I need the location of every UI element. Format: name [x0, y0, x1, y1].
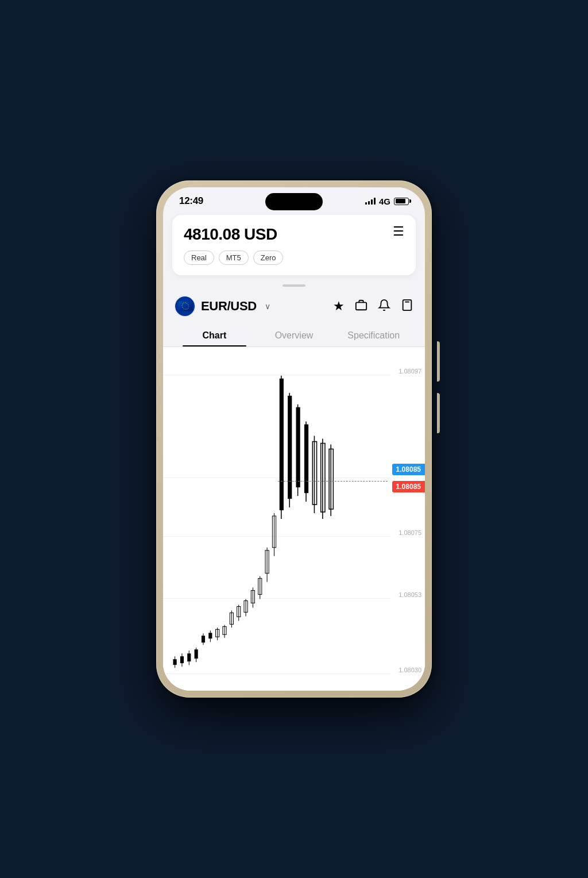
candlestick-chart	[163, 347, 388, 691]
svg-rect-18	[187, 653, 191, 661]
svg-rect-20	[195, 649, 198, 658]
signal-bar-3	[371, 199, 373, 205]
tab-overview[interactable]: Overview	[254, 324, 334, 346]
svg-rect-0	[356, 302, 366, 310]
status-time: 12:49	[179, 195, 203, 207]
dynamic-island	[265, 193, 323, 210]
signal-bar-1	[365, 202, 367, 205]
price-label-5: 1.08030	[399, 667, 421, 673]
eu-flag-icon: 🇪🇺	[175, 296, 195, 316]
svg-rect-24	[208, 633, 212, 638]
tag-zero[interactable]: Zero	[253, 251, 284, 265]
account-tags: Real MT5 Zero	[184, 251, 283, 265]
signal-bar-2	[368, 201, 370, 205]
battery-icon	[394, 198, 409, 205]
volume-up-button[interactable]	[437, 341, 440, 382]
phone-screen: 12:49 4G 4810	[163, 187, 425, 691]
status-bar: 12:49 4G	[163, 187, 425, 210]
network-type: 4G	[379, 197, 390, 206]
currency-header: 🇪🇺 EUR/USD ∨ ★	[163, 289, 425, 324]
currency-flag: 🇪🇺	[175, 296, 195, 317]
chart-container: 1.08097 1.08085 1.08085 1.08075 1.08053 …	[163, 347, 425, 691]
svg-rect-16	[180, 656, 184, 663]
svg-rect-22	[202, 636, 205, 642]
battery-fill	[396, 199, 406, 203]
signal-bar-4	[374, 198, 376, 205]
svg-rect-2	[403, 299, 412, 310]
calculator-icon[interactable]	[401, 299, 413, 314]
svg-rect-50	[304, 425, 308, 494]
tab-specification[interactable]: Specification	[334, 324, 413, 346]
svg-rect-14	[173, 659, 176, 665]
tag-real[interactable]: Real	[184, 251, 214, 265]
currency-pair-name: EUR/USD	[201, 299, 257, 314]
bell-icon[interactable]	[378, 299, 390, 314]
price-badge-blue-container: 1.08085	[392, 464, 425, 475]
price-label-4: 1.08053	[399, 591, 421, 598]
signal-bars-icon	[365, 198, 376, 205]
price-badge-blue: 1.08085	[392, 464, 425, 475]
price-label-3: 1.08075	[399, 529, 421, 536]
account-balance: 4810.08 USD	[184, 225, 283, 244]
account-info: 4810.08 USD Real MT5 Zero	[184, 225, 283, 265]
tabs-bar: Chart Overview Specification	[163, 324, 425, 347]
svg-rect-46	[288, 396, 292, 499]
tab-chart[interactable]: Chart	[175, 324, 254, 346]
account-card: 4810.08 USD Real MT5 Zero ☰	[172, 215, 416, 275]
volume-down-button[interactable]	[437, 393, 440, 433]
menu-button[interactable]: ☰	[393, 225, 404, 238]
currency-actions: ★	[333, 299, 413, 314]
svg-rect-44	[280, 379, 284, 510]
tag-mt5[interactable]: MT5	[219, 251, 249, 265]
chevron-down-icon[interactable]: ∨	[265, 302, 270, 311]
briefcase-icon[interactable]	[355, 299, 368, 314]
price-label-1: 1.08097	[399, 368, 421, 375]
drag-handle	[283, 284, 305, 287]
status-icons: 4G	[365, 197, 409, 206]
phone-frame: 12:49 4G 4810	[156, 180, 432, 698]
price-badge-red: 1.08085	[392, 481, 425, 492]
favorite-icon[interactable]: ★	[333, 299, 345, 314]
currency-left[interactable]: 🇪🇺 EUR/USD ∨	[175, 296, 270, 317]
price-badge-red-container: 1.08085	[392, 481, 425, 492]
chart-area: 1.08097 1.08085 1.08085 1.08075 1.08053 …	[163, 347, 425, 691]
svg-rect-48	[296, 407, 300, 488]
